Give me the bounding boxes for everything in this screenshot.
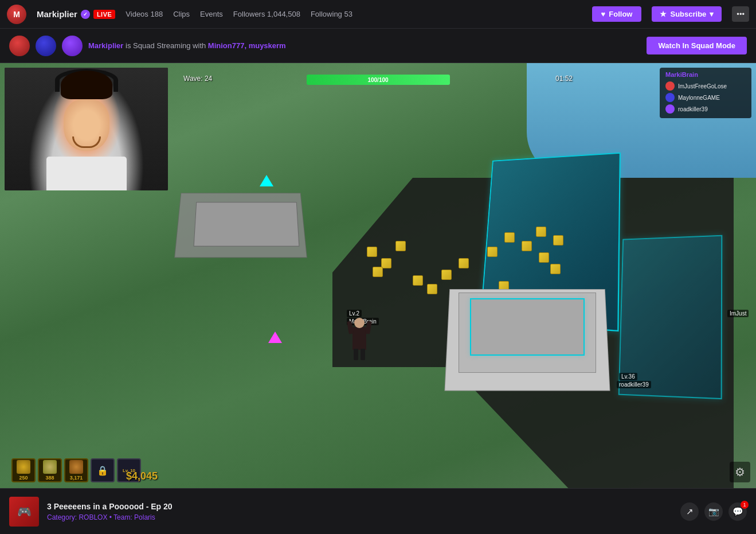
scoreboard-row-2: MaylonneGAME <box>665 92 746 103</box>
gear-icon: ⚙ <box>735 465 745 479</box>
roadkiller-level-label: Lv.36 <box>619 373 637 380</box>
score-name-3: roadkiller39 <box>678 106 708 112</box>
enemy-3 <box>373 267 383 277</box>
enemy-17 <box>553 235 563 245</box>
nav-followers: Followers 1,044,508 <box>233 10 300 18</box>
score-avatar-2 <box>665 93 675 102</box>
wave-info: Wave: 24 <box>183 75 212 83</box>
settings-gear-button[interactable]: ⚙ <box>730 462 750 482</box>
enemy-6 <box>427 284 437 294</box>
heart-icon: ♥ <box>601 10 606 18</box>
hud-icon-2 <box>43 460 57 474</box>
notification-button[interactable]: 💬 1 <box>728 502 747 521</box>
markibrain-level-label: Lv.2 <box>347 310 362 317</box>
follow-button[interactable]: ♥ Follow <box>592 6 642 22</box>
score-name-2: MaylonneGAME <box>678 95 720 101</box>
enemy-4 <box>395 241 406 251</box>
enemy-5 <box>413 275 423 286</box>
enemy-14 <box>539 252 549 263</box>
hud-slot-1: 250 <box>11 458 36 482</box>
center-structure <box>447 275 608 390</box>
streamer-avatar[interactable]: M <box>7 5 26 24</box>
more-options-button[interactable]: ••• <box>732 6 749 22</box>
imjust-name-label: ImJust <box>727 310 749 317</box>
squad-bar: Markiplier is Squad Streaming with Minio… <box>0 29 756 63</box>
timer-info: 01:52 <box>555 75 573 83</box>
hair <box>61 71 112 99</box>
social-icons-area: ↗ 📷 💬 1 <box>680 502 747 521</box>
enemy-1 <box>367 247 377 257</box>
hud-count-1: 250 <box>19 475 28 481</box>
game-thumbnail: 🎮 <box>9 497 39 527</box>
squad-avatar-muyskerm <box>62 36 83 56</box>
squad-text: Markiplier is Squad Streaming with Minio… <box>88 41 286 50</box>
enemy-11 <box>487 247 498 257</box>
hud-slot-3: 3,171 <box>64 458 88 482</box>
category-value[interactable]: ROBLOX <box>79 513 107 521</box>
nav-videos[interactable]: Videos 188 <box>126 10 163 18</box>
chevron-down-icon: ▾ <box>710 10 714 18</box>
game-hud: 250 388 3,171 🔒 Lv. 10 <box>11 458 141 482</box>
share-button[interactable]: ↗ <box>680 502 699 521</box>
webcam-overlay <box>5 68 168 190</box>
enemy-8 <box>459 258 469 268</box>
hud-icon-1 <box>17 460 30 474</box>
pink-player-arrow <box>268 332 282 343</box>
stream-title: 3 Peeeeens in a Poooood - Ep 20 <box>47 502 173 511</box>
mini-scoreboard: MarkiBrain ImJustFreeGoLose MaylonneGAME… <box>660 68 751 118</box>
nav-events[interactable]: Events <box>200 10 223 18</box>
nav-following[interactable]: Following 53 <box>311 10 352 18</box>
nav-clips[interactable]: Clips <box>173 10 190 18</box>
enemy-13 <box>522 241 532 251</box>
building-2 <box>194 202 300 246</box>
main-content: Lv.2 MarkiBrain Lv.36 roadkiller39 <box>0 63 756 534</box>
hud-count-3: 3,171 <box>70 475 83 481</box>
gold-amount: $4,045 <box>126 470 158 482</box>
hud-slot-2: 388 <box>38 458 62 482</box>
team-value[interactable]: Polaris <box>134 513 155 521</box>
top-navigation: M Markiplier ✓ LIVE Videos 188 Clips Eve… <box>0 0 756 29</box>
bottom-bar: 🎮 3 Peeeeens in a Poooood - Ep 20 Catego… <box>0 488 756 534</box>
squad-avatar-markiplier <box>9 36 30 56</box>
enemy-16 <box>536 227 546 237</box>
cyan-player-arrow <box>260 175 273 186</box>
health-bar-container: 100/100 <box>307 75 450 85</box>
camera-button[interactable]: 📷 <box>704 502 723 521</box>
enemy-15 <box>550 264 561 274</box>
notification-dot: 1 <box>741 501 749 509</box>
scoreboard-title: MarkiBrain <box>665 71 746 78</box>
score-avatar-3 <box>665 104 675 114</box>
hud-slot-4-locked: 🔒 <box>91 458 115 482</box>
player-markibrain: Lv.2 MarkiBrain <box>352 327 366 350</box>
scoreboard-row-1: ImJustFreeGoLose <box>665 80 746 92</box>
subscribe-button[interactable]: ★ Subscribe ▾ <box>652 6 722 22</box>
roadkiller-name-label: roadkiller39 <box>617 381 651 388</box>
video-player[interactable]: Lv.2 MarkiBrain Lv.36 roadkiller39 <box>0 63 756 488</box>
streamer-webcam <box>5 68 168 190</box>
score-avatar-1 <box>665 81 675 91</box>
score-name-1: ImJustFreeGoLose <box>678 83 727 89</box>
hud-count-2: 388 <box>45 475 54 481</box>
stream-title-area: 3 Peeeeens in a Poooood - Ep 20 Category… <box>47 502 173 521</box>
enemy-12 <box>504 232 515 243</box>
squad-avatar-minion <box>36 36 56 56</box>
scoreboard-row-3: roadkiller39 <box>665 103 746 115</box>
health-bar-fill: 100/100 <box>307 75 450 85</box>
watch-squad-mode-button[interactable]: Watch In Squad Mode <box>647 37 747 54</box>
star-icon: ★ <box>660 10 667 18</box>
live-badge: LIVE <box>93 10 115 19</box>
streamer-name-area: Markiplier ✓ LIVE <box>37 9 115 19</box>
health-bar: 100/100 <box>307 75 450 85</box>
stream-meta: Category: ROBLOX • Team: Polaris <box>47 513 173 521</box>
streamer-name-text: Markiplier <box>37 9 77 19</box>
hud-icon-3 <box>69 460 83 474</box>
verified-icon: ✓ <box>81 10 90 19</box>
